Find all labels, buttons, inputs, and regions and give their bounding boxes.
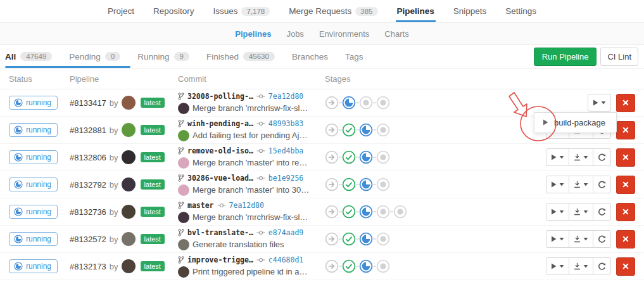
stage-created-icon[interactable] xyxy=(376,96,390,110)
play-dropdown-button[interactable] xyxy=(546,257,569,275)
commit-message-link[interactable]: Add failing test for pending Aj… xyxy=(193,131,307,140)
pipeline-id-link[interactable]: #8132572 xyxy=(70,235,106,244)
cancel-pipeline-button[interactable] xyxy=(616,121,635,139)
stage-running-icon[interactable] xyxy=(359,259,373,273)
sub-nav-item-pipelines[interactable]: Pipelines xyxy=(235,29,271,39)
stage-success-icon[interactable] xyxy=(342,123,356,137)
committer-avatar[interactable] xyxy=(178,130,189,141)
cancel-pipeline-button[interactable] xyxy=(616,94,635,112)
play-dropdown-button[interactable] xyxy=(546,176,569,193)
stage-running-icon[interactable] xyxy=(359,232,373,246)
download-artifacts-dropdown-button[interactable] xyxy=(569,230,593,248)
commit-message-link[interactable]: Generate translation files xyxy=(193,240,284,249)
cancel-pipeline-button[interactable] xyxy=(616,257,635,276)
author-avatar[interactable] xyxy=(122,259,136,273)
retry-pipeline-button[interactable] xyxy=(593,230,611,248)
author-avatar[interactable] xyxy=(122,205,136,219)
stage-running-icon[interactable] xyxy=(359,205,373,219)
branch-link[interactable]: bvl-translate-… xyxy=(187,228,253,237)
commit-message-link[interactable]: Merge branch 'mrchrisw-fix-sl… xyxy=(193,212,308,222)
retry-pipeline-button[interactable] xyxy=(593,176,611,193)
cancel-pipeline-button[interactable] xyxy=(616,203,635,221)
branch-link[interactable]: master xyxy=(187,201,214,210)
sub-nav-item-environments[interactable]: Environments xyxy=(319,29,369,39)
committer-avatar[interactable] xyxy=(178,212,189,223)
stage-running-icon[interactable] xyxy=(342,96,356,110)
cancel-pipeline-button[interactable] xyxy=(616,176,635,194)
top-nav-item-repository[interactable]: Repository xyxy=(152,0,196,22)
commit-message-link[interactable]: Merge branch 'master' into 30… xyxy=(193,185,309,195)
play-dropdown-button[interactable] xyxy=(546,230,569,248)
cancel-pipeline-button[interactable] xyxy=(616,148,635,167)
status-badge[interactable]: running xyxy=(9,232,58,246)
status-badge[interactable]: running xyxy=(9,259,58,273)
stage-created-icon[interactable] xyxy=(359,96,373,110)
stage-skipped-icon[interactable] xyxy=(325,232,339,246)
pipeline-id-link[interactable]: #8132792 xyxy=(70,180,106,190)
author-avatar[interactable] xyxy=(122,150,136,164)
top-nav-item-snippets[interactable]: Snippets xyxy=(452,0,488,22)
branch-link[interactable]: winh-pending-a… xyxy=(187,119,253,128)
pipeline-id-link[interactable]: #8133417 xyxy=(70,98,106,108)
author-avatar[interactable] xyxy=(122,123,136,137)
filter-tab-finished[interactable]: Finished 45630 xyxy=(206,52,275,61)
stage-success-icon[interactable] xyxy=(342,259,356,273)
ci-lint-button[interactable]: CI Lint xyxy=(600,48,638,66)
committer-avatar[interactable] xyxy=(178,239,189,250)
retry-pipeline-button[interactable] xyxy=(593,203,611,221)
stage-skipped-icon[interactable] xyxy=(325,150,339,164)
stage-created-icon[interactable] xyxy=(376,123,390,137)
stage-created-icon[interactable] xyxy=(376,178,390,191)
top-nav-item-settings[interactable]: Settings xyxy=(504,0,538,22)
stage-success-icon[interactable] xyxy=(342,178,356,191)
committer-avatar[interactable] xyxy=(178,184,189,196)
top-nav-item-project[interactable]: Project xyxy=(106,0,136,22)
play-dropdown-button[interactable] xyxy=(546,148,569,166)
committer-avatar[interactable] xyxy=(178,103,189,114)
sub-nav-item-charts[interactable]: Charts xyxy=(384,29,408,39)
filter-tab-branches[interactable]: Branches xyxy=(292,52,328,61)
filter-tab-all[interactable]: All 47649 xyxy=(5,52,52,61)
pipeline-id-link[interactable]: #8132881 xyxy=(70,126,106,135)
download-artifacts-dropdown-button[interactable] xyxy=(569,203,593,221)
stage-running-icon[interactable] xyxy=(359,123,373,137)
filter-tab-running[interactable]: Running 9 xyxy=(137,52,189,61)
author-avatar[interactable] xyxy=(122,178,136,191)
stage-skipped-icon[interactable] xyxy=(325,205,339,219)
commit-message-link[interactable]: Merge branch 'master' into re… xyxy=(193,158,307,167)
download-artifacts-dropdown-button[interactable] xyxy=(569,176,593,193)
branch-link[interactable]: improve-trigge… xyxy=(187,255,253,264)
stage-created-icon[interactable] xyxy=(393,205,407,219)
commit-hash-link[interactable]: 48993b83 xyxy=(268,119,303,128)
stage-skipped-icon[interactable] xyxy=(325,96,339,110)
sub-nav-item-jobs[interactable]: Jobs xyxy=(286,29,303,39)
filter-tab-pending[interactable]: Pending 0 xyxy=(69,52,120,61)
download-artifacts-dropdown-button[interactable] xyxy=(569,257,593,275)
stage-success-icon[interactable] xyxy=(342,150,356,164)
status-badge[interactable]: running xyxy=(9,96,58,110)
pipeline-id-link[interactable]: #8132173 xyxy=(70,262,106,271)
pipeline-id-link[interactable]: #8132806 xyxy=(70,153,106,162)
play-dropdown-button[interactable] xyxy=(588,94,611,112)
retry-pipeline-button[interactable] xyxy=(593,257,611,275)
pipeline-id-link[interactable]: #8132736 xyxy=(70,207,106,217)
cancel-pipeline-button[interactable] xyxy=(616,230,635,248)
committer-avatar[interactable] xyxy=(178,157,189,169)
commit-hash-link[interactable]: 7ea12d80 xyxy=(268,92,303,101)
committer-avatar[interactable] xyxy=(178,266,189,278)
run-pipeline-button[interactable]: Run Pipeline xyxy=(534,48,597,66)
stage-running-icon[interactable] xyxy=(359,178,373,191)
commit-message-link[interactable]: Print triggered pipeline id in a… xyxy=(193,267,307,276)
stage-created-icon[interactable] xyxy=(376,259,390,273)
stage-success-icon[interactable] xyxy=(342,205,356,219)
commit-hash-link[interactable]: e874aad9 xyxy=(268,228,303,237)
stage-running-icon[interactable] xyxy=(359,150,373,164)
stage-created-icon[interactable] xyxy=(376,232,390,246)
top-nav-item-issues[interactable]: Issues 7,178 xyxy=(212,0,271,22)
stage-skipped-icon[interactable] xyxy=(325,259,339,273)
retry-pipeline-button[interactable] xyxy=(593,148,611,166)
commit-hash-link[interactable]: 15ed4bba xyxy=(268,146,303,155)
status-badge[interactable]: running xyxy=(9,150,58,164)
stage-skipped-icon[interactable] xyxy=(325,123,339,137)
top-nav-item-merge-requests[interactable]: Merge Requests 385 xyxy=(287,0,379,22)
